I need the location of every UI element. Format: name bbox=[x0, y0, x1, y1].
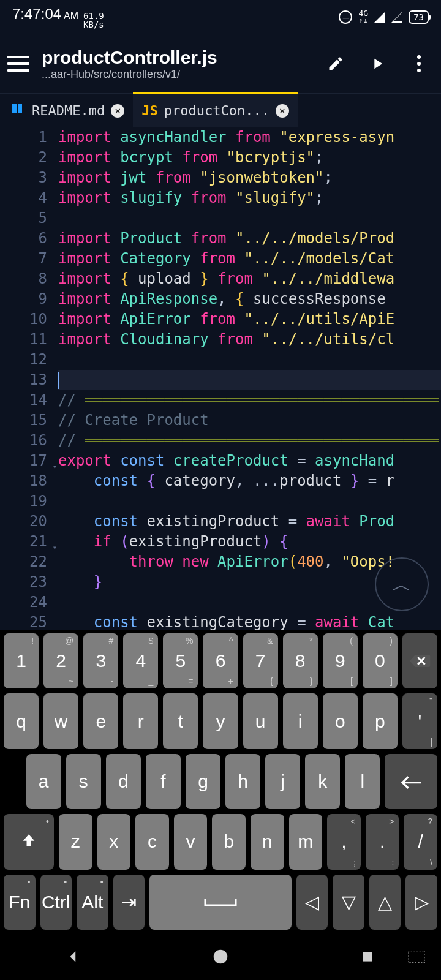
key-q[interactable]: q bbox=[4, 693, 39, 748]
key-d[interactable]: d bbox=[106, 754, 141, 809]
key-1[interactable]: 1! bbox=[4, 633, 39, 688]
key-shift[interactable]: • bbox=[4, 814, 54, 869]
code-area[interactable]: import asyncHandler from "express-asynim… bbox=[58, 127, 441, 630]
key-0[interactable]: 0)] bbox=[363, 633, 398, 688]
net-speed: 61.9KB/s bbox=[83, 12, 104, 29]
key-8[interactable]: 8*} bbox=[283, 633, 318, 688]
key-k[interactable]: k bbox=[305, 754, 340, 809]
edit-button[interactable] bbox=[321, 49, 350, 78]
overflow-menu-button[interactable] bbox=[404, 49, 434, 78]
key-c[interactable]: c bbox=[135, 814, 169, 869]
key-n[interactable]: n bbox=[251, 814, 284, 869]
key-4[interactable]: 4$_ bbox=[123, 633, 158, 688]
key-Alt[interactable]: Alt• bbox=[77, 875, 108, 930]
gutter: 12345678910111213141516▾17181920▾2122232… bbox=[0, 127, 58, 630]
tab-productcontroller[interactable]: JS productCon... ✕ bbox=[133, 94, 298, 127]
tab-label: README.md bbox=[32, 103, 105, 118]
close-icon[interactable]: ✕ bbox=[276, 104, 289, 118]
code-editor[interactable]: 12345678910111213141516▾17181920▾2122232… bbox=[0, 127, 441, 630]
key-arrow-left[interactable]: ◁ bbox=[296, 875, 328, 930]
key-f[interactable]: f bbox=[146, 754, 181, 809]
key-w[interactable]: w bbox=[43, 693, 78, 748]
key-3[interactable]: 3#- bbox=[83, 633, 118, 688]
key-enter[interactable] bbox=[385, 754, 437, 809]
key-y[interactable]: y bbox=[203, 693, 238, 748]
battery-icon: 73 bbox=[409, 10, 429, 24]
key-/[interactable]: /?\ bbox=[404, 814, 437, 869]
key-g[interactable]: g bbox=[186, 754, 221, 809]
system-nav-bar bbox=[0, 933, 441, 980]
key-v[interactable]: v bbox=[174, 814, 208, 869]
key-x[interactable]: x bbox=[97, 814, 131, 869]
key-backspace[interactable] bbox=[402, 633, 437, 688]
key-b[interactable]: b bbox=[212, 814, 246, 869]
key-.[interactable]: .>: bbox=[366, 814, 399, 869]
key-,[interactable]: ,<; bbox=[327, 814, 361, 869]
key-7[interactable]: 7&{ bbox=[243, 633, 278, 688]
svg-point-0 bbox=[214, 950, 228, 964]
file-title: productController.js bbox=[42, 47, 309, 68]
key-Ctrl[interactable]: Ctrl• bbox=[40, 875, 72, 930]
recents-button[interactable] bbox=[355, 944, 380, 969]
key-9[interactable]: 9([ bbox=[323, 633, 358, 688]
book-icon bbox=[9, 102, 26, 119]
key-o[interactable]: o bbox=[323, 693, 358, 748]
key-j[interactable]: j bbox=[265, 754, 300, 809]
clock: 7:47:04AM bbox=[12, 6, 78, 23]
key-a[interactable]: a bbox=[26, 754, 61, 809]
home-button[interactable] bbox=[208, 944, 233, 969]
key-2[interactable]: 2@~ bbox=[43, 633, 78, 688]
key-u[interactable]: u bbox=[243, 693, 278, 748]
key-p[interactable]: p bbox=[363, 693, 398, 748]
scroll-up-button[interactable]: ︿ bbox=[375, 557, 429, 611]
key-z[interactable]: z bbox=[59, 814, 92, 869]
keyboard-switch-icon[interactable] bbox=[404, 944, 429, 969]
network-type: 4G↑↓ bbox=[358, 10, 368, 24]
tab-label: productCon... bbox=[164, 103, 270, 118]
key-e[interactable]: e bbox=[83, 693, 118, 748]
key-t[interactable]: t bbox=[163, 693, 198, 748]
key-i[interactable]: i bbox=[283, 693, 318, 748]
file-path: ...aar-Hub/src/controllers/v1/ bbox=[42, 68, 309, 81]
signal-icon-2 bbox=[391, 12, 402, 23]
svg-rect-1 bbox=[363, 952, 372, 961]
key-arrow-up[interactable]: △ bbox=[369, 875, 401, 930]
key-r[interactable]: r bbox=[123, 693, 158, 748]
key-arrow-down[interactable]: ▽ bbox=[333, 875, 364, 930]
do-not-disturb-icon: — bbox=[339, 10, 352, 24]
back-button[interactable] bbox=[61, 944, 86, 969]
key-space[interactable] bbox=[149, 875, 292, 930]
key-5[interactable]: 5%= bbox=[163, 633, 198, 688]
key-Fn[interactable]: Fn• bbox=[4, 875, 36, 930]
key-l[interactable]: l bbox=[345, 754, 380, 809]
key-arrow-right[interactable]: ▷ bbox=[405, 875, 437, 930]
signal-icon bbox=[374, 12, 385, 23]
js-icon: JS bbox=[141, 103, 158, 118]
status-bar: 7:47:04AM 61.9KB/s — 4G↑↓ 73 bbox=[0, 0, 441, 34]
key-6[interactable]: 6^+ bbox=[203, 633, 238, 688]
tab-bar: README.md ✕ JS productCon... ✕ bbox=[0, 93, 441, 127]
tab-readme[interactable]: README.md ✕ bbox=[0, 94, 133, 127]
key-'[interactable]: '"| bbox=[402, 693, 437, 748]
app-header: productController.js ...aar-Hub/src/cont… bbox=[0, 34, 441, 93]
key-m[interactable]: m bbox=[289, 814, 323, 869]
menu-button[interactable] bbox=[7, 56, 29, 72]
svg-rect-2 bbox=[408, 951, 425, 963]
run-button[interactable] bbox=[363, 49, 392, 78]
key-s[interactable]: s bbox=[66, 754, 101, 809]
key-h[interactable]: h bbox=[225, 754, 260, 809]
soft-keyboard: 1!2@~3#-4$_5%=6^+7&{8*}9([0)] qwertyuiop… bbox=[0, 630, 441, 933]
close-icon[interactable]: ✕ bbox=[111, 104, 124, 118]
key-tab[interactable]: ⇥ bbox=[113, 875, 145, 930]
